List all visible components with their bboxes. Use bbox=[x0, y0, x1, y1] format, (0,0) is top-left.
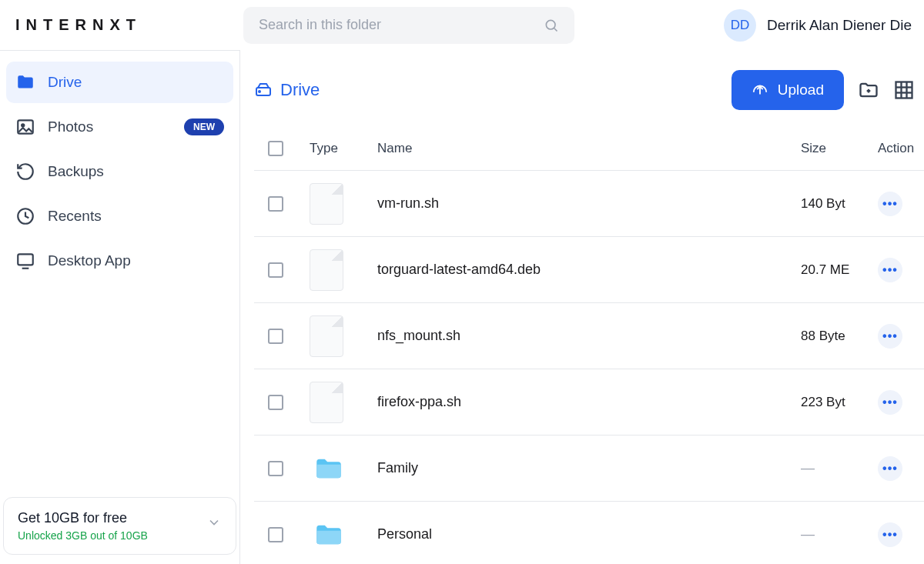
file-name: torguard-latest-amd64.deb bbox=[377, 262, 541, 277]
svg-point-0 bbox=[546, 20, 555, 29]
sidebar: Drive Photos NEW Backups Recents Desktop… bbox=[0, 50, 240, 564]
row-checkbox[interactable] bbox=[268, 262, 283, 278]
file-size: — bbox=[801, 460, 815, 476]
file-icon bbox=[310, 183, 343, 225]
toolbar-actions: Upload bbox=[732, 70, 915, 110]
table-row[interactable]: torguard-latest-amd64.deb20.7 ME••• bbox=[254, 237, 924, 303]
folder-icon bbox=[310, 519, 348, 551]
svg-point-3 bbox=[22, 124, 24, 126]
file-name: Personal bbox=[377, 526, 432, 542]
file-size: 20.7 ME bbox=[801, 262, 849, 277]
search-container bbox=[243, 7, 574, 44]
row-actions-button[interactable]: ••• bbox=[878, 522, 902, 547]
file-name: vm-run.sh bbox=[377, 195, 439, 211]
new-folder-button[interactable] bbox=[858, 79, 879, 101]
file-size: 140 Byt bbox=[801, 196, 845, 211]
sidebar-item-label: Desktop App bbox=[48, 252, 131, 269]
svg-rect-12 bbox=[896, 82, 912, 98]
sidebar-item-recents[interactable]: Recents bbox=[6, 195, 233, 237]
folder-icon bbox=[15, 72, 35, 92]
new-badge: NEW bbox=[184, 118, 224, 135]
svg-point-8 bbox=[259, 91, 260, 92]
sidebar-item-label: Drive bbox=[48, 74, 82, 91]
row-actions-button[interactable]: ••• bbox=[878, 324, 902, 349]
file-name: firefox-ppa.sh bbox=[377, 394, 461, 409]
sidebar-item-drive[interactable]: Drive bbox=[6, 62, 233, 103]
main-content: Drive Upload Type Name Size Action vm-ru… bbox=[240, 50, 924, 564]
select-all-checkbox[interactable] bbox=[268, 141, 283, 156]
file-name: nfs_mount.sh bbox=[377, 328, 460, 343]
svg-line-1 bbox=[554, 28, 557, 31]
file-list: vm-run.sh140 Byt•••torguard-latest-amd64… bbox=[254, 171, 924, 564]
file-icon bbox=[310, 249, 343, 291]
upload-label: Upload bbox=[778, 82, 824, 98]
file-icon bbox=[310, 315, 343, 357]
file-size: 223 Byt bbox=[801, 395, 845, 409]
image-icon bbox=[15, 117, 35, 137]
table-row[interactable]: Family—••• bbox=[254, 436, 924, 502]
col-action: Action bbox=[878, 141, 924, 156]
table-row[interactable]: Personal—••• bbox=[254, 502, 924, 564]
promo-subtitle: Unlocked 3GB out of 10GB bbox=[18, 529, 148, 542]
table-row[interactable]: nfs_mount.sh88 Byte••• bbox=[254, 303, 924, 369]
grid-view-button[interactable] bbox=[893, 79, 915, 101]
promo-title: Get 10GB for free bbox=[18, 510, 148, 526]
chevron-down-icon bbox=[206, 515, 222, 530]
table-header: Type Name Size Action bbox=[254, 130, 924, 171]
col-type[interactable]: Type bbox=[310, 141, 377, 156]
folder-icon bbox=[310, 452, 348, 485]
file-size: — bbox=[801, 526, 815, 542]
sidebar-item-label: Photos bbox=[48, 118, 93, 135]
content-topbar: Drive Upload bbox=[254, 70, 924, 110]
row-actions-button[interactable]: ••• bbox=[878, 192, 902, 216]
row-actions-button[interactable]: ••• bbox=[878, 456, 902, 481]
upload-button[interactable]: Upload bbox=[732, 70, 844, 110]
table-row[interactable]: firefox-ppa.sh223 Byt••• bbox=[254, 369, 924, 436]
row-actions-button[interactable]: ••• bbox=[878, 390, 902, 415]
row-checkbox[interactable] bbox=[268, 395, 283, 410]
promo-card[interactable]: Get 10GB for free Unlocked 3GB out of 10… bbox=[3, 497, 236, 555]
row-checkbox[interactable] bbox=[268, 527, 283, 542]
table-row[interactable]: vm-run.sh140 Byt••• bbox=[254, 171, 924, 237]
sidebar-item-label: Backups bbox=[48, 163, 104, 180]
col-name[interactable]: Name bbox=[377, 141, 801, 156]
upload-icon bbox=[752, 82, 768, 98]
clock-icon bbox=[15, 206, 35, 226]
user-name: Derrik Alan Diener Die bbox=[767, 17, 912, 34]
desktop-icon bbox=[15, 251, 35, 271]
avatar: DD bbox=[724, 9, 756, 42]
file-icon bbox=[310, 382, 343, 423]
row-actions-button[interactable]: ••• bbox=[878, 258, 902, 282]
search-input[interactable] bbox=[243, 7, 574, 44]
row-checkbox[interactable] bbox=[268, 196, 283, 212]
brand-logo: INTERNXT bbox=[12, 16, 243, 34]
drive-icon bbox=[254, 81, 273, 99]
sidebar-item-desktop[interactable]: Desktop App bbox=[6, 240, 233, 282]
col-size[interactable]: Size bbox=[801, 141, 878, 156]
app-header: INTERNXT DD Derrik Alan Diener Die bbox=[0, 0, 924, 50]
sidebar-item-photos[interactable]: Photos NEW bbox=[6, 106, 233, 148]
file-size: 88 Byte bbox=[801, 329, 845, 343]
breadcrumb-label: Drive bbox=[280, 80, 320, 100]
sidebar-item-label: Recents bbox=[48, 208, 102, 225]
row-checkbox[interactable] bbox=[268, 461, 283, 476]
sidebar-item-backups[interactable]: Backups bbox=[6, 151, 233, 192]
history-icon bbox=[15, 162, 35, 182]
svg-rect-5 bbox=[18, 254, 33, 265]
row-checkbox[interactable] bbox=[268, 329, 283, 344]
breadcrumb[interactable]: Drive bbox=[254, 80, 320, 100]
file-name: Family bbox=[377, 460, 418, 476]
search-icon bbox=[544, 18, 559, 33]
user-menu[interactable]: DD Derrik Alan Diener Die bbox=[724, 9, 912, 42]
